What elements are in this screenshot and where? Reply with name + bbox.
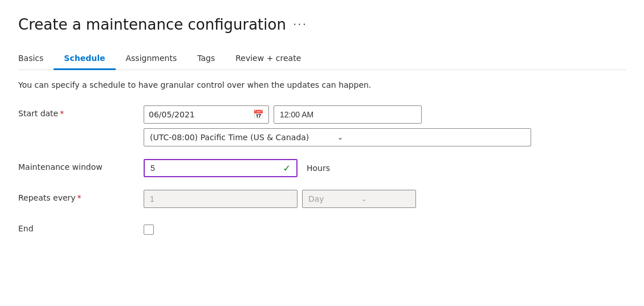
repeats-every-input-row: Day ⌄ xyxy=(144,190,626,208)
maintenance-window-input-row: ✓ Hours xyxy=(144,159,626,177)
date-picker[interactable]: 06/05/2021 📅 xyxy=(144,105,269,124)
maintenance-window-input[interactable] xyxy=(150,164,280,173)
timezone-row: (UTC-08:00) Pacific Time (US & Canada) ⌄ xyxy=(144,128,626,146)
check-icon: ✓ xyxy=(283,163,291,174)
repeats-number-input[interactable] xyxy=(144,190,297,208)
tab-assignments[interactable]: Assignments xyxy=(116,49,188,70)
start-date-controls: 06/05/2021 📅 (UTC-08:00) Pacific Time (U… xyxy=(144,105,626,146)
maintenance-window-label: Maintenance window xyxy=(18,159,144,172)
required-indicator: * xyxy=(60,109,64,118)
tab-tags[interactable]: Tags xyxy=(187,49,225,70)
tab-basics[interactable]: Basics xyxy=(18,49,54,70)
repeats-every-controls: Day ⌄ xyxy=(144,190,626,208)
timezone-value: (UTC-08:00) Pacific Time (US & Canada) xyxy=(150,133,337,142)
tabs-bar: Basics Schedule Assignments Tags Review … xyxy=(18,49,626,70)
repeats-unit-dropdown[interactable]: Day ⌄ xyxy=(302,190,416,208)
start-date-time-row: 06/05/2021 📅 xyxy=(144,105,626,124)
page-container: Create a maintenance configuration ··· B… xyxy=(0,0,644,306)
more-options-icon[interactable]: ··· xyxy=(293,18,307,31)
maintenance-window-controls: ✓ Hours xyxy=(144,159,626,177)
end-controls xyxy=(144,221,626,239)
required-indicator-repeats: * xyxy=(78,193,81,202)
calendar-icon: 📅 xyxy=(253,109,264,120)
end-row: End xyxy=(18,221,626,239)
page-title-row: Create a maintenance configuration ··· xyxy=(18,16,626,33)
repeats-every-row: Repeats every* Day ⌄ xyxy=(18,190,626,208)
timezone-dropdown[interactable]: (UTC-08:00) Pacific Time (US & Canada) ⌄ xyxy=(144,128,531,146)
end-label: End xyxy=(18,221,144,233)
chevron-down-icon-repeats: ⌄ xyxy=(361,195,410,203)
start-date-row: Start date* 06/05/2021 📅 (UTC-08:00) Pac… xyxy=(18,105,626,146)
repeats-unit-value: Day xyxy=(308,194,357,203)
date-value: 06/05/2021 xyxy=(149,110,248,119)
end-checkbox[interactable] xyxy=(144,225,154,235)
time-input[interactable] xyxy=(274,105,422,124)
page-title: Create a maintenance configuration xyxy=(18,16,286,33)
end-checkbox-container xyxy=(144,221,626,239)
schedule-description: You can specify a schedule to have granu… xyxy=(18,80,626,89)
chevron-down-icon: ⌄ xyxy=(337,133,525,141)
maintenance-window-row: Maintenance window ✓ Hours xyxy=(18,159,626,177)
start-date-label: Start date* xyxy=(18,105,144,118)
hours-label: Hours xyxy=(307,164,330,173)
maintenance-window-input-wrapper[interactable]: ✓ xyxy=(144,159,297,177)
tab-schedule[interactable]: Schedule xyxy=(54,49,115,70)
repeats-every-label: Repeats every* xyxy=(18,190,144,202)
tab-review-create[interactable]: Review + create xyxy=(225,49,311,70)
